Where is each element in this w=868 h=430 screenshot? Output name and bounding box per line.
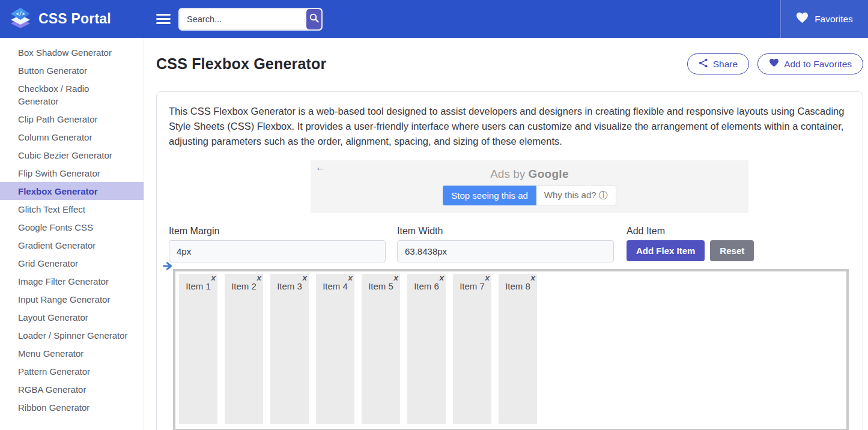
sidebar-item[interactable]: Flip Swith Generator xyxy=(0,164,144,182)
remove-item-x-icon[interactable]: x xyxy=(439,274,444,282)
sidebar-item[interactable]: Column Generator xyxy=(0,128,144,146)
google-wordmark: Google xyxy=(529,168,569,180)
page-title: CSS Flexbox Generator xyxy=(156,55,326,73)
ad-back-arrow-icon[interactable]: ← xyxy=(315,162,326,174)
sidebar-item[interactable]: Grid Generator xyxy=(0,254,144,272)
sidebar-item[interactable]: Flexbox Generator xyxy=(0,182,144,200)
sidebar-item[interactable]: Input Range Generator xyxy=(0,290,144,308)
sidebar-item-label: Column Generator xyxy=(18,132,92,142)
sidebar-item-label: Grid Generator xyxy=(18,258,78,268)
remove-item-x-icon[interactable]: x xyxy=(530,274,535,282)
sidebar-item[interactable]: Glitch Text Effect xyxy=(0,200,144,218)
remove-item-x-icon[interactable]: x xyxy=(302,274,307,282)
flex-item-label: Item 5 xyxy=(368,281,393,291)
sidebar-item[interactable]: Box Shadow Generator xyxy=(0,43,144,61)
flex-item[interactable]: Item 4 x xyxy=(316,274,354,424)
sidebar-item[interactable]: Loader / Spinner Generator xyxy=(0,326,144,344)
sidebar-item-label: Google Fonts CSS xyxy=(18,222,93,232)
sidebar-item-label: Image Filter Generator xyxy=(18,276,109,286)
main-content: CSS Flexbox Generator Share xyxy=(144,38,868,430)
flex-item[interactable]: Item 2 x xyxy=(225,274,263,424)
blue-arrow-cursor-icon xyxy=(163,261,172,273)
heart-icon xyxy=(769,58,779,70)
sidebar-item[interactable]: Pattern Generator xyxy=(0,362,144,380)
sidebar-item-label: Menu Generator xyxy=(18,348,83,359)
sidebar-item-label: Input Range Generator xyxy=(18,294,110,304)
sidebar-nav: Box Shadow Generator Button Generator Ch… xyxy=(0,38,144,430)
item-width-input[interactable] xyxy=(397,240,614,262)
sidebar-item-label: Checkbox / Radio Generator xyxy=(18,83,89,106)
flex-container[interactable]: Item 1 x Item 2 x Item 3 x Item 4 x xyxy=(173,269,849,430)
hamburger-menu-icon[interactable] xyxy=(156,11,171,26)
sidebar-item[interactable]: Gradient Generator xyxy=(0,236,144,254)
sidebar-item-label: Gradient Generator xyxy=(18,240,96,250)
sidebar-item[interactable]: Google Fonts CSS xyxy=(0,218,144,236)
sidebar-item-label: Box Shadow Generator xyxy=(18,47,112,58)
ad-caption: Ads by Google xyxy=(311,168,748,181)
flex-item[interactable]: Item 5 x xyxy=(362,274,400,424)
why-this-ad-button[interactable]: Why this ad? ⓘ xyxy=(536,186,616,205)
generator-card: This CSS Flexbox Generator is a web-base… xyxy=(156,91,863,430)
sidebar-item-label: Button Generator xyxy=(18,65,87,76)
controls-row: Item Margin Item Width Add Item Add Flex… xyxy=(169,226,851,262)
flex-item[interactable]: Item 1 x xyxy=(179,274,217,424)
remove-item-x-icon[interactable]: x xyxy=(256,274,261,282)
sidebar-item[interactable]: Image Filter Generator xyxy=(0,272,144,290)
sidebar-item-label: Flip Swith Generator xyxy=(18,168,100,178)
remove-item-x-icon[interactable]: x xyxy=(485,274,490,282)
remove-item-x-icon[interactable]: x xyxy=(393,274,398,282)
flex-item-label: Item 8 xyxy=(505,281,530,291)
sidebar-item[interactable]: RGBA Generator xyxy=(0,380,144,398)
flex-item[interactable]: Item 3 x xyxy=(270,274,309,424)
svg-text:</>: </> xyxy=(16,11,25,17)
search-icon xyxy=(309,13,320,25)
top-header: </> CSS Portal xyxy=(0,0,868,38)
flex-item[interactable]: Item 6 x xyxy=(407,274,446,424)
flex-item-label: Item 2 xyxy=(231,281,256,291)
remove-item-x-icon[interactable]: x xyxy=(211,274,216,282)
flex-item-label: Item 4 xyxy=(323,281,348,291)
sidebar-item-label: Cubic Bezier Generator xyxy=(18,150,112,160)
sidebar-item[interactable]: Button Generator xyxy=(0,61,144,79)
search-button[interactable] xyxy=(306,9,321,29)
favorites-label: Favorites xyxy=(815,14,853,25)
heart-icon xyxy=(796,12,809,26)
item-margin-input[interactable] xyxy=(169,240,386,262)
brand-logo[interactable]: </> CSS Portal xyxy=(0,6,144,32)
add-item-label: Add Item xyxy=(627,226,754,237)
sidebar-item[interactable]: Layout Generator xyxy=(0,308,144,326)
sidebar-item-label: Ribbon Generator xyxy=(18,402,90,413)
sidebar-item[interactable]: Ribbon Generator xyxy=(0,398,144,416)
tool-description: This CSS Flexbox Generator is a web-base… xyxy=(169,104,851,149)
sidebar-item-label: Clip Path Generator xyxy=(18,114,98,124)
add-to-favorites-label: Add to Favorites xyxy=(784,59,852,70)
flex-preview-wrap: Item 1 x Item 2 x Item 3 x Item 4 x xyxy=(169,269,851,430)
flex-item-label: Item 3 xyxy=(277,281,302,291)
flex-item[interactable]: Item 7 x xyxy=(453,274,491,424)
sidebar-item[interactable]: Clip Path Generator xyxy=(0,110,144,128)
item-width-label: Item Width xyxy=(397,226,614,237)
add-to-favorites-button[interactable]: Add to Favorites xyxy=(757,53,863,74)
sidebar-item-label: RGBA Generator xyxy=(18,384,86,395)
sidebar-item-label: Loader / Spinner Generator xyxy=(18,330,128,341)
item-margin-label: Item Margin xyxy=(169,226,386,237)
flex-item-label: Item 6 xyxy=(414,281,439,291)
sidebar-item[interactable]: Checkbox / Radio Generator xyxy=(0,79,144,110)
reset-button[interactable]: Reset xyxy=(710,240,754,261)
layers-logo-icon: </> xyxy=(8,6,32,32)
sidebar-item-label: Layout Generator xyxy=(18,312,88,322)
share-label: Share xyxy=(713,59,738,70)
share-button[interactable]: Share xyxy=(687,53,749,74)
share-icon xyxy=(699,58,708,70)
sidebar-item[interactable]: Menu Generator xyxy=(0,344,144,362)
remove-item-x-icon[interactable]: x xyxy=(348,274,353,282)
stop-seeing-ad-button[interactable]: Stop seeing this ad xyxy=(443,186,536,205)
google-ad-banner: ← Ads by Google Stop seeing this ad Why … xyxy=(311,160,748,213)
add-flex-item-button[interactable]: Add Flex Item xyxy=(627,240,705,261)
flex-item[interactable]: Item 8 x xyxy=(499,274,537,424)
sidebar-item[interactable]: Cubic Bezier Generator xyxy=(0,146,144,164)
favorites-button[interactable]: Favorites xyxy=(780,0,868,38)
flex-item-label: Item 1 xyxy=(186,281,211,291)
search-input[interactable] xyxy=(180,9,306,29)
sidebar-item-label: Glitch Text Effect xyxy=(18,204,85,214)
